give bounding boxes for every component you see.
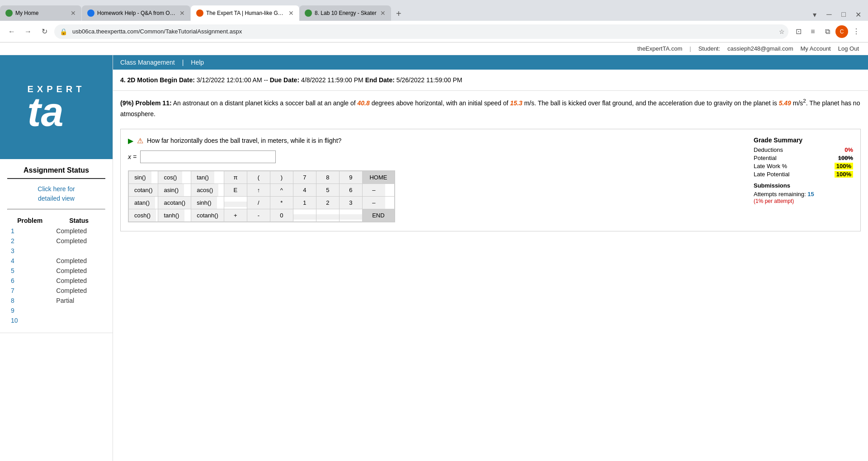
problem-num-9[interactable]: 9	[11, 307, 14, 314]
minimize-button[interactable]: ─	[823, 8, 835, 21]
problem-num-1[interactable]: 1	[11, 227, 14, 235]
calc-6[interactable]: 6	[340, 184, 362, 196]
tab-my-home[interactable]: My Home ✕	[0, 5, 81, 21]
answer-input[interactable]	[140, 151, 276, 163]
tab-close-4[interactable]: ✕	[380, 9, 386, 17]
problem-status-8: Partial	[52, 296, 105, 306]
tab-bar: My Home ✕ Homework Help - Q&A from On...…	[0, 0, 868, 21]
calc-row-2: cotan() asin() acos() E ↑ ^ 4 5 6 –	[129, 183, 395, 196]
tab-favicon-1	[5, 9, 13, 17]
problem-num-5[interactable]: 5	[11, 267, 14, 274]
tab-close-2[interactable]: ✕	[179, 9, 185, 17]
calc-close-paren[interactable]: )	[270, 171, 293, 183]
calc-pi[interactable]: π	[224, 171, 247, 183]
problem-status-1: Completed	[52, 226, 105, 236]
status-col-header: Status	[52, 215, 105, 226]
deductions-label: Deductions	[754, 146, 783, 153]
calc-up2[interactable]: ^	[270, 184, 293, 196]
end-label: End Date: 5/26/2022 11:59:00 PM	[365, 76, 462, 84]
menu-icon[interactable]: ⋮	[850, 25, 863, 38]
back-button[interactable]: ←	[5, 25, 18, 38]
calc-sin[interactable]: sin()	[129, 171, 151, 183]
calc-5[interactable]: 5	[316, 184, 339, 196]
calc-7[interactable]: 7	[293, 171, 316, 183]
tab-lab-energy[interactable]: 8. Lab 10 Energy - Skater ✕	[299, 5, 391, 21]
calc-1[interactable]: 1	[293, 197, 316, 209]
tab-dropdown-button[interactable]: ▾	[808, 8, 821, 21]
tab-close-1[interactable]: ✕	[71, 9, 76, 17]
content-nav: Class Management | Help	[113, 55, 868, 70]
calc-dash1[interactable]: –	[363, 184, 385, 196]
class-management-link[interactable]: Class Management	[120, 59, 175, 66]
attempts-label: Attempts remaining:	[754, 191, 806, 198]
calc-2[interactable]: 2	[316, 197, 339, 209]
calc-tanh[interactable]: tanh()	[158, 209, 184, 221]
calc-cosh[interactable]: cosh()	[129, 209, 156, 221]
calc-divide[interactable]: /	[247, 197, 270, 209]
calc-row-1: sin() cos() tan() π ( ) 7 8 9 HOME	[129, 171, 395, 183]
calc-asin[interactable]: asin()	[158, 184, 184, 196]
problem-row-4: 4 Completed	[7, 256, 105, 266]
cast-icon[interactable]: ⊡	[792, 25, 805, 38]
calc-0[interactable]: 0	[270, 209, 293, 221]
tab-close-3[interactable]: ✕	[288, 9, 294, 17]
tab-homework-help[interactable]: Homework Help - Q&A from On... ✕	[82, 5, 190, 21]
calc-3[interactable]: 3	[340, 197, 362, 209]
calc-atan[interactable]: atan()	[129, 197, 155, 209]
potential-label: Potential	[754, 155, 777, 161]
extensions-icon[interactable]: ⧉	[821, 25, 834, 38]
problem-num-8[interactable]: 8	[11, 297, 14, 304]
maximize-button[interactable]: □	[837, 8, 850, 21]
calc-open-paren[interactable]: (	[247, 171, 270, 183]
grade-summary-title: Grade Summary	[754, 136, 853, 144]
problem-num-6[interactable]: 6	[11, 277, 14, 284]
calc-dash2[interactable]: –	[363, 197, 385, 209]
problem-num-4[interactable]: 4	[11, 257, 14, 264]
calc-cotan[interactable]: cotan()	[129, 184, 158, 196]
reload-button[interactable]: ↻	[38, 25, 51, 38]
forward-button[interactable]: →	[22, 25, 34, 38]
tab-favicon-3	[196, 9, 203, 17]
calc-9[interactable]: 9	[340, 171, 362, 183]
bookmark-icon[interactable]: ☆	[779, 28, 785, 35]
tab-controls: ▾ ─ □ ✕	[808, 8, 868, 21]
logo-text: EXPERT ta	[27, 84, 85, 131]
tab-label-1: My Home	[15, 10, 67, 16]
calc-8[interactable]: 8	[316, 171, 339, 183]
due-label: Due Date: 4/8/2022 11:59:00 PM	[270, 76, 365, 84]
calc-tan[interactable]: tan()	[191, 171, 214, 183]
calc-end[interactable]: END	[363, 209, 394, 221]
student-label: Student:	[698, 45, 720, 52]
speed-value: 15.3	[510, 99, 522, 107]
tab-label-3: The Expert TA | Human-like Grad...	[206, 10, 285, 16]
log-out-link[interactable]: Log Out	[838, 45, 859, 52]
bookmark-manager-icon[interactable]: ≡	[807, 25, 819, 38]
tab-expert-ta[interactable]: The Expert TA | Human-like Grad... ✕	[191, 5, 299, 21]
calc-minus[interactable]: -	[247, 209, 270, 221]
calc-cotanh[interactable]: cotanh()	[191, 209, 224, 221]
click-detailed-link[interactable]: Click here fordetailed view	[7, 184, 105, 203]
calc-sinh[interactable]: sinh()	[191, 197, 217, 209]
calc-cos[interactable]: cos()	[158, 171, 182, 183]
calc-multiply[interactable]: *	[270, 197, 293, 209]
url-input[interactable]	[54, 24, 788, 39]
calc-4[interactable]: 4	[293, 184, 316, 196]
problem-num-7[interactable]: 7	[11, 287, 14, 294]
top-separator: |	[689, 45, 691, 52]
calc-e[interactable]: E	[224, 184, 247, 196]
browser-actions: ⊡ ≡ ⧉ C ⋮	[792, 25, 863, 38]
new-tab-button[interactable]: +	[392, 6, 406, 21]
profile-avatar[interactable]: C	[835, 25, 848, 38]
calc-home[interactable]: HOME	[363, 171, 394, 183]
calc-acos[interactable]: acos()	[191, 184, 218, 196]
problem-num-10[interactable]: 10	[11, 317, 18, 324]
calc-up1[interactable]: ↑	[247, 184, 270, 196]
close-window-button[interactable]: ✕	[852, 8, 864, 21]
problem-num-3[interactable]: 3	[11, 247, 14, 254]
my-account-link[interactable]: My Account	[801, 45, 831, 52]
calc-plus[interactable]: +	[224, 209, 247, 221]
calc-acotan[interactable]: acotan()	[158, 197, 191, 209]
problem-num-label: Problem 11:	[135, 99, 171, 107]
problem-num-2[interactable]: 2	[11, 237, 14, 245]
help-link[interactable]: Help	[191, 59, 204, 66]
